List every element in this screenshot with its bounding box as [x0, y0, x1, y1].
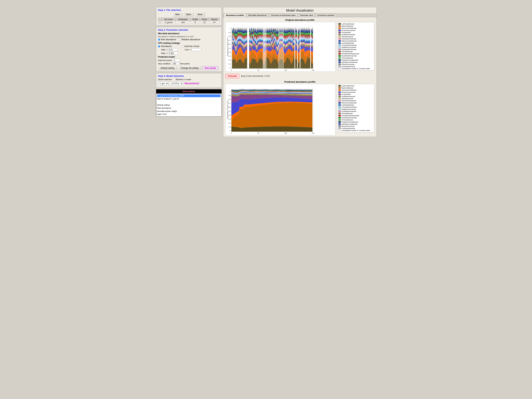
svg-rect-2010 — [298, 38, 299, 40]
svg-rect-887 — [260, 37, 260, 39]
svg-rect-92 — [234, 43, 234, 44]
svg-rect-56 — [233, 33, 233, 33]
svg-rect-943 — [262, 52, 262, 59]
new-button[interactable]: New — [173, 13, 182, 16]
svg-rect-1417 — [277, 38, 278, 40]
svg-rect-814 — [258, 46, 258, 48]
svg-rect-2355 — [310, 46, 310, 47]
svg-text:0.9: 0.9 — [228, 32, 231, 33]
tab-sytematic-view[interactable]: Sytematic view — [298, 13, 315, 17]
svg-rect-582 — [250, 37, 251, 38]
svg-rect-1308 — [274, 35, 275, 35]
svg-rect-603 — [251, 34, 252, 36]
svg-rect-913 — [260, 33, 261, 35]
svg-rect-1132 — [269, 34, 269, 35]
relative-abundance-option[interactable]: Relative abundance — [179, 38, 200, 41]
noncore-radio[interactable] — [181, 45, 184, 48]
step3-selects: (A)File selection (B)Select a model — [158, 78, 220, 81]
svg-text:0.4: 0.4 — [228, 51, 231, 53]
svg-rect-2363 — [310, 37, 310, 37]
save-button[interactable]: Save — [195, 13, 205, 16]
svg-rect-1669 — [287, 54, 288, 58]
svg-rect-1026 — [265, 31, 266, 32]
svg-rect-273 — [239, 35, 240, 36]
svg-rect-1484 — [280, 34, 280, 35]
svg-rect-1619 — [285, 33, 286, 33]
svg-rect-774 — [256, 44, 257, 45]
legend-label: Corynebacteriaceae — [342, 106, 357, 108]
relative-abundance-radio[interactable] — [179, 38, 181, 41]
svg-rect-1158 — [270, 31, 270, 31]
svg-rect-340 — [241, 35, 242, 35]
svg-rect-1651 — [287, 46, 287, 47]
run-model-button[interactable]: Run model — [202, 66, 218, 70]
svg-rect-544 — [249, 28, 250, 28]
svg-rect-1635 — [286, 39, 287, 40]
svg-rect-290 — [240, 40, 241, 41]
svg-rect-1303 — [274, 38, 275, 39]
open-button[interactable]: Open — [183, 13, 194, 16]
raw-abundance-option[interactable]: Raw abundance — [158, 38, 176, 41]
svg-rect-812 — [258, 51, 258, 56]
svg-text:150: 150 — [311, 69, 314, 71]
file-dropdown[interactable]: F_gut — [158, 82, 168, 85]
raw-abundance-radio[interactable] — [158, 38, 160, 41]
svg-rect-825 — [258, 33, 258, 35]
svg-rect-723 — [255, 56, 255, 60]
svg-rect-243 — [239, 44, 239, 44]
svg-rect-555 — [250, 42, 250, 42]
abundance-strategy-option[interactable]: Abundance: — [158, 45, 178, 48]
forecast-button[interactable]: Forecast — [225, 74, 239, 78]
reconstruct-button[interactable]: Reconstruct — [185, 82, 199, 85]
svg-rect-2373 — [311, 54, 311, 62]
svg-rect-1946 — [296, 35, 296, 36]
right-panel: Model Visualization Abundance profiles M… — [223, 7, 377, 137]
stop-input[interactable] — [172, 62, 179, 65]
svg-rect-2387 — [311, 34, 311, 35]
svg-rect-1040 — [266, 39, 267, 41]
svg-rect-1033 — [266, 48, 267, 50]
high-input[interactable] — [168, 48, 178, 51]
svg-rect-1812 — [291, 38, 292, 39]
svg-rect-809 — [257, 27, 258, 29]
svg-rect-1293 — [273, 27, 274, 28]
svg-rect-1403 — [277, 27, 277, 29]
initial-input[interactable] — [173, 59, 180, 62]
core-input[interactable] — [192, 48, 202, 51]
svg-rect-2377 — [311, 45, 311, 45]
model-dropdown[interactable]: 22 OTUs — [170, 82, 183, 85]
tab-microbial-interactions[interactable]: Microbial interactions — [247, 13, 269, 17]
stop-label: Stop condition: — [158, 63, 171, 65]
svg-rect-2234 — [306, 33, 306, 34]
tab-overview-interactions[interactable]: Overview of interaction pairs — [269, 13, 298, 17]
svg-rect-763 — [256, 29, 256, 31]
svg-rect-2021 — [299, 56, 300, 61]
svg-rect-2065 — [301, 51, 302, 58]
info-log-box[interactable]: F_gut.txt is progressing: 100% Start to … — [156, 94, 222, 116]
abundance-strategy-radio[interactable] — [158, 45, 160, 48]
svg-rect-1609 — [285, 45, 286, 46]
tab-consensus-network[interactable]: Consensus network — [315, 13, 336, 17]
svg-rect-2034 — [299, 35, 300, 36]
svg-rect-1722 — [289, 38, 289, 39]
change-setting-button[interactable]: Change the setting — [178, 66, 201, 70]
svg-rect-412 — [243, 29, 244, 29]
rare-input[interactable] — [168, 52, 178, 55]
svg-rect-917 — [260, 30, 261, 30]
tab-abundance-profiles[interactable]: Abundance profiles — [224, 13, 246, 17]
noncore-option[interactable]: nonCore->Core: — [181, 45, 201, 48]
svg-rect-581 — [250, 38, 251, 38]
svg-rect-1589 — [285, 42, 285, 44]
svg-rect-318 — [241, 34, 241, 35]
legend-item: Clostridiales Family XI. Incertae Sedis — [338, 68, 373, 70]
svg-rect-2305 — [308, 27, 308, 28]
svg-rect-2250 — [306, 40, 307, 40]
svg-rect-2374 — [311, 51, 311, 54]
default-setting-button[interactable]: Default setting — [158, 66, 177, 70]
svg-rect-1610 — [285, 43, 286, 45]
svg-rect-2221 — [306, 47, 306, 51]
svg-rect-2353 — [310, 48, 310, 51]
svg-rect-376 — [243, 45, 243, 46]
svg-rect-902 — [260, 45, 261, 46]
svg-rect-1896 — [294, 44, 294, 45]
